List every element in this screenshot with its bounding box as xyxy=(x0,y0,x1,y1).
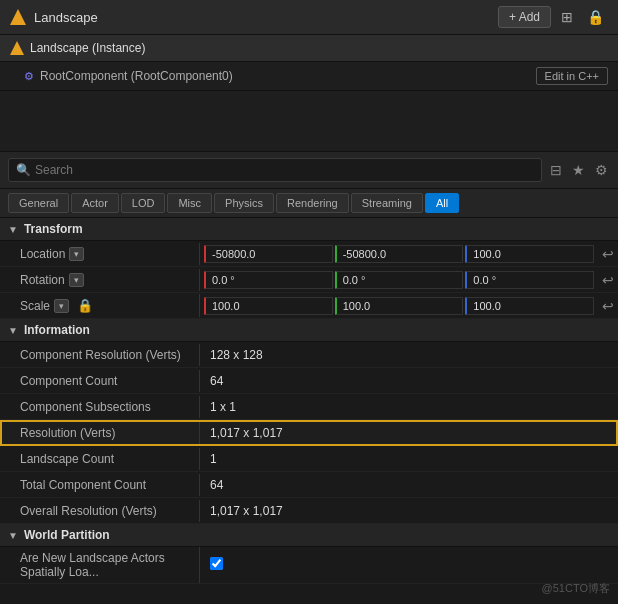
location-x-field[interactable]: -50800.0 xyxy=(204,245,333,263)
layout-icon-button[interactable]: ⊞ xyxy=(557,7,577,27)
info-row-3: Resolution (Verts)1,017 x 1,017 xyxy=(0,420,618,446)
location-label: Location xyxy=(20,247,65,261)
grid-view-icon[interactable]: ⊟ xyxy=(548,160,564,180)
info-row-value-1: 64 xyxy=(200,370,618,392)
search-icon: 🔍 xyxy=(16,163,31,177)
rotation-z-field[interactable]: 0.0 ° xyxy=(465,271,594,289)
scale-label-cell: Scale▾🔒 xyxy=(0,294,200,317)
scale-z-field[interactable]: 100.0 xyxy=(465,297,594,315)
tab-physics[interactable]: Physics xyxy=(214,193,274,213)
location-values: -50800.0-50800.0100.0 xyxy=(200,243,598,265)
info-row-6: Overall Resolution (Verts)1,017 x 1,017 xyxy=(0,498,618,524)
info-row-2: Component Subsections1 x 1 xyxy=(0,394,618,420)
main-panel: ▼TransformLocation▾-50800.0-50800.0100.0… xyxy=(0,218,618,604)
wp-row-value-0 xyxy=(200,553,618,577)
tab-general[interactable]: General xyxy=(8,193,69,213)
lock-icon-button[interactable]: 🔒 xyxy=(583,7,608,27)
transform-section-title: Transform xyxy=(24,222,83,236)
rotation-x-field[interactable]: 0.0 ° xyxy=(204,271,333,289)
scale-lock-icon[interactable]: 🔒 xyxy=(77,298,93,313)
tab-rendering[interactable]: Rendering xyxy=(276,193,349,213)
world-partition-section-header[interactable]: ▼World Partition xyxy=(0,524,618,547)
transform-row-rotation: Rotation▾0.0 °0.0 °0.0 °↩ xyxy=(0,267,618,293)
info-row-name-3: Resolution (Verts) xyxy=(0,422,200,444)
location-label-cell: Location▾ xyxy=(0,243,200,265)
world-partition-section-title: World Partition xyxy=(24,528,110,542)
transform-section-header[interactable]: ▼Transform xyxy=(0,218,618,241)
info-row-value-2: 1 x 1 xyxy=(200,396,618,418)
tab-all[interactable]: All xyxy=(425,193,459,213)
title-bar: Landscape + Add ⊞ 🔒 xyxy=(0,0,618,35)
info-row-value-4: 1 xyxy=(200,448,618,470)
filter-tabs: GeneralActorLODMiscPhysicsRenderingStrea… xyxy=(0,189,618,218)
info-row-1: Component Count64 xyxy=(0,368,618,394)
info-row-name-4: Landscape Count xyxy=(0,448,200,470)
info-row-0: Component Resolution (Verts)128 x 128 xyxy=(0,342,618,368)
instance-label: Landscape (Instance) xyxy=(30,41,145,55)
window-title: Landscape xyxy=(34,10,490,25)
spatially-loaded-checkbox[interactable] xyxy=(210,557,223,570)
info-row-4: Landscape Count1 xyxy=(0,446,618,472)
rotation-label-cell: Rotation▾ xyxy=(0,269,200,291)
info-row-value-6: 1,017 x 1,017 xyxy=(200,500,618,522)
rotation-label: Rotation xyxy=(20,273,65,287)
info-row-value-5: 64 xyxy=(200,474,618,496)
search-actions: ⊟ ★ ⚙ xyxy=(548,160,610,180)
scale-x-field[interactable]: 100.0 xyxy=(204,297,333,315)
location-y-field[interactable]: -50800.0 xyxy=(335,245,464,263)
root-component-label: RootComponent (RootComponent0) xyxy=(40,69,530,83)
title-bar-actions: + Add ⊞ 🔒 xyxy=(498,6,608,28)
location-dropdown-btn[interactable]: ▾ xyxy=(69,247,84,261)
add-button[interactable]: + Add xyxy=(498,6,551,28)
tab-misc[interactable]: Misc xyxy=(167,193,212,213)
instance-header: Landscape (Instance) xyxy=(0,35,618,62)
info-row-value-0: 128 x 128 xyxy=(200,344,618,366)
watermark: @51CTO博客 xyxy=(542,581,610,596)
info-row-name-0: Component Resolution (Verts) xyxy=(0,344,200,366)
tab-lod[interactable]: LOD xyxy=(121,193,166,213)
scale-y-field[interactable]: 100.0 xyxy=(335,297,464,315)
info-collapse-icon: ▼ xyxy=(8,325,18,336)
wp-row-0: Are New Landscape Actors Spatially Loa..… xyxy=(0,547,618,584)
rotation-values: 0.0 °0.0 °0.0 ° xyxy=(200,269,598,291)
landscape-instance-icon xyxy=(10,41,24,55)
information-section-title: Information xyxy=(24,323,90,337)
tab-actor[interactable]: Actor xyxy=(71,193,119,213)
wp-collapse-icon: ▼ xyxy=(8,530,18,541)
landscape-title-icon xyxy=(10,9,26,25)
scale-reset-btn[interactable]: ↩ xyxy=(598,296,618,316)
search-input-wrap: 🔍 xyxy=(8,158,542,182)
info-row-name-6: Overall Resolution (Verts) xyxy=(0,500,200,522)
star-icon[interactable]: ★ xyxy=(570,160,587,180)
transform-collapse-icon: ▼ xyxy=(8,224,18,235)
rotation-reset-btn[interactable]: ↩ xyxy=(598,270,618,290)
transform-row-scale: Scale▾🔒100.0100.0100.0↩ xyxy=(0,293,618,319)
wp-row-name-0: Are New Landscape Actors Spatially Loa..… xyxy=(0,547,200,583)
location-reset-btn[interactable]: ↩ xyxy=(598,244,618,264)
location-z-field[interactable]: 100.0 xyxy=(465,245,594,263)
search-input[interactable] xyxy=(8,158,542,182)
scale-dropdown-btn[interactable]: ▾ xyxy=(54,299,69,313)
tab-streaming[interactable]: Streaming xyxy=(351,193,423,213)
info-row-name-5: Total Component Count xyxy=(0,474,200,496)
info-row-name-1: Component Count xyxy=(0,370,200,392)
edit-cpp-button[interactable]: Edit in C++ xyxy=(536,67,608,85)
rotation-y-field[interactable]: 0.0 ° xyxy=(335,271,464,289)
info-row-value-3: 1,017 x 1,017 xyxy=(200,422,618,444)
empty-space xyxy=(0,91,618,151)
info-row-5: Total Component Count64 xyxy=(0,472,618,498)
root-component-icon: ⚙ xyxy=(24,70,34,83)
info-row-name-2: Component Subsections xyxy=(0,396,200,418)
search-bar: 🔍 ⊟ ★ ⚙ xyxy=(0,151,618,189)
root-component-row: ⚙ RootComponent (RootComponent0) Edit in… xyxy=(0,62,618,91)
scale-label: Scale xyxy=(20,299,50,313)
scale-values: 100.0100.0100.0 xyxy=(200,295,598,317)
information-section-header[interactable]: ▼Information xyxy=(0,319,618,342)
settings-icon[interactable]: ⚙ xyxy=(593,160,610,180)
rotation-dropdown-btn[interactable]: ▾ xyxy=(69,273,84,287)
transform-row-location: Location▾-50800.0-50800.0100.0↩ xyxy=(0,241,618,267)
